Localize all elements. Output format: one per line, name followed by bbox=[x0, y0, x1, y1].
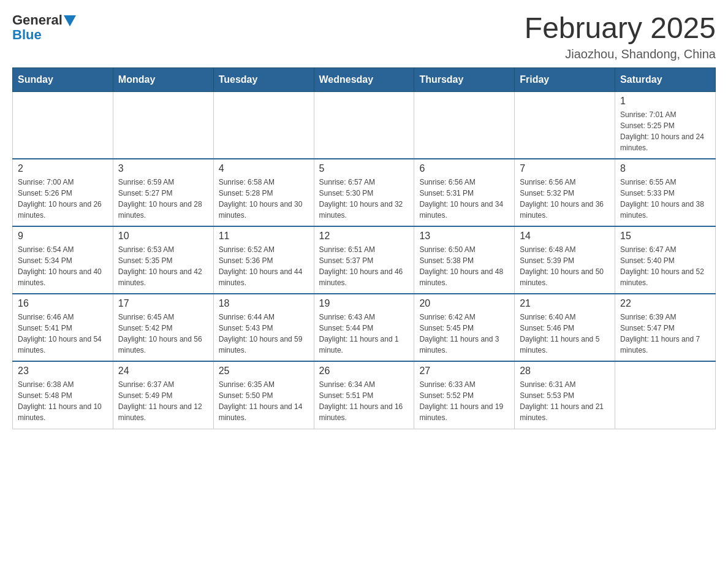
calendar-cell: 20Sunrise: 6:42 AM Sunset: 5:45 PM Dayli… bbox=[414, 294, 515, 361]
calendar-cell: 9Sunrise: 6:54 AM Sunset: 5:34 PM Daylig… bbox=[13, 226, 113, 294]
day-number: 1 bbox=[620, 96, 710, 107]
day-number: 7 bbox=[520, 163, 610, 174]
column-header-sunday: Sunday bbox=[13, 67, 113, 91]
column-header-friday: Friday bbox=[515, 67, 615, 91]
calendar-cell: 8Sunrise: 6:55 AM Sunset: 5:33 PM Daylig… bbox=[615, 159, 716, 226]
calendar-cell: 22Sunrise: 6:39 AM Sunset: 5:47 PM Dayli… bbox=[615, 294, 716, 361]
calendar-cell bbox=[13, 91, 113, 159]
day-number: 6 bbox=[419, 163, 509, 174]
calendar-table: SundayMondayTuesdayWednesdayThursdayFrid… bbox=[12, 67, 716, 429]
day-info: Sunrise: 6:59 AM Sunset: 5:27 PM Dayligh… bbox=[118, 177, 208, 221]
calendar-header-row: SundayMondayTuesdayWednesdayThursdayFrid… bbox=[13, 67, 716, 91]
day-info: Sunrise: 6:53 AM Sunset: 5:35 PM Dayligh… bbox=[118, 244, 208, 288]
calendar-cell: 3Sunrise: 6:59 AM Sunset: 5:27 PM Daylig… bbox=[113, 159, 213, 226]
day-number: 25 bbox=[219, 366, 309, 377]
day-number: 4 bbox=[219, 163, 309, 174]
day-info: Sunrise: 6:56 AM Sunset: 5:31 PM Dayligh… bbox=[419, 177, 509, 221]
day-number: 15 bbox=[620, 231, 710, 242]
day-number: 18 bbox=[219, 298, 309, 309]
day-info: Sunrise: 6:51 AM Sunset: 5:37 PM Dayligh… bbox=[319, 244, 409, 288]
location: Jiaozhou, Shandong, China bbox=[525, 47, 716, 61]
day-number: 5 bbox=[319, 163, 409, 174]
page-header: General Blue February 2025 Jiaozhou, Sha… bbox=[12, 12, 716, 61]
calendar-cell: 12Sunrise: 6:51 AM Sunset: 5:37 PM Dayli… bbox=[314, 226, 414, 294]
day-info: Sunrise: 6:50 AM Sunset: 5:38 PM Dayligh… bbox=[419, 244, 509, 288]
calendar-cell: 18Sunrise: 6:44 AM Sunset: 5:43 PM Dayli… bbox=[213, 294, 314, 361]
logo-triangle-icon bbox=[64, 15, 76, 26]
day-number: 12 bbox=[319, 231, 409, 242]
day-info: Sunrise: 6:47 AM Sunset: 5:40 PM Dayligh… bbox=[620, 244, 710, 288]
day-info: Sunrise: 6:35 AM Sunset: 5:50 PM Dayligh… bbox=[219, 379, 309, 423]
day-info: Sunrise: 6:57 AM Sunset: 5:30 PM Dayligh… bbox=[319, 177, 409, 221]
logo: General Blue bbox=[12, 12, 76, 43]
calendar-cell bbox=[314, 91, 414, 159]
day-number: 26 bbox=[319, 366, 409, 377]
calendar-cell: 1Sunrise: 7:01 AM Sunset: 5:25 PM Daylig… bbox=[615, 91, 716, 159]
calendar-cell: 14Sunrise: 6:48 AM Sunset: 5:39 PM Dayli… bbox=[515, 226, 615, 294]
calendar-cell: 4Sunrise: 6:58 AM Sunset: 5:28 PM Daylig… bbox=[213, 159, 314, 226]
day-number: 11 bbox=[219, 231, 309, 242]
calendar-cell: 26Sunrise: 6:34 AM Sunset: 5:51 PM Dayli… bbox=[314, 361, 414, 429]
logo-general-text: General bbox=[12, 12, 63, 28]
logo-blue-text: Blue bbox=[12, 27, 42, 43]
calendar-cell: 5Sunrise: 6:57 AM Sunset: 5:30 PM Daylig… bbox=[314, 159, 414, 226]
calendar-cell: 21Sunrise: 6:40 AM Sunset: 5:46 PM Dayli… bbox=[515, 294, 615, 361]
day-info: Sunrise: 6:31 AM Sunset: 5:53 PM Dayligh… bbox=[520, 379, 610, 423]
day-info: Sunrise: 6:55 AM Sunset: 5:33 PM Dayligh… bbox=[620, 177, 710, 221]
day-number: 14 bbox=[520, 231, 610, 242]
day-info: Sunrise: 7:01 AM Sunset: 5:25 PM Dayligh… bbox=[620, 109, 710, 153]
day-number: 24 bbox=[118, 366, 208, 377]
day-number: 3 bbox=[118, 163, 208, 174]
calendar-cell: 15Sunrise: 6:47 AM Sunset: 5:40 PM Dayli… bbox=[615, 226, 716, 294]
calendar-week-row: 2Sunrise: 7:00 AM Sunset: 5:26 PM Daylig… bbox=[13, 159, 716, 226]
calendar-cell: 11Sunrise: 6:52 AM Sunset: 5:36 PM Dayli… bbox=[213, 226, 314, 294]
day-number: 20 bbox=[419, 298, 509, 309]
day-number: 19 bbox=[319, 298, 409, 309]
calendar-cell bbox=[414, 91, 515, 159]
day-info: Sunrise: 6:54 AM Sunset: 5:34 PM Dayligh… bbox=[18, 244, 108, 288]
calendar-week-row: 9Sunrise: 6:54 AM Sunset: 5:34 PM Daylig… bbox=[13, 226, 716, 294]
day-info: Sunrise: 6:44 AM Sunset: 5:43 PM Dayligh… bbox=[219, 312, 309, 356]
day-number: 16 bbox=[18, 298, 108, 309]
calendar-cell: 16Sunrise: 6:46 AM Sunset: 5:41 PM Dayli… bbox=[13, 294, 113, 361]
day-info: Sunrise: 6:39 AM Sunset: 5:47 PM Dayligh… bbox=[620, 312, 710, 356]
column-header-saturday: Saturday bbox=[615, 67, 716, 91]
day-number: 9 bbox=[18, 231, 108, 242]
calendar-cell: 10Sunrise: 6:53 AM Sunset: 5:35 PM Dayli… bbox=[113, 226, 213, 294]
calendar-cell: 23Sunrise: 6:38 AM Sunset: 5:48 PM Dayli… bbox=[13, 361, 113, 429]
calendar-cell bbox=[213, 91, 314, 159]
day-number: 22 bbox=[620, 298, 710, 309]
day-number: 21 bbox=[520, 298, 610, 309]
day-info: Sunrise: 6:45 AM Sunset: 5:42 PM Dayligh… bbox=[118, 312, 208, 356]
day-info: Sunrise: 6:48 AM Sunset: 5:39 PM Dayligh… bbox=[520, 244, 610, 288]
day-number: 8 bbox=[620, 163, 710, 174]
day-info: Sunrise: 7:00 AM Sunset: 5:26 PM Dayligh… bbox=[18, 177, 108, 221]
title-section: February 2025 Jiaozhou, Shandong, China bbox=[525, 12, 716, 61]
calendar-cell: 17Sunrise: 6:45 AM Sunset: 5:42 PM Dayli… bbox=[113, 294, 213, 361]
day-info: Sunrise: 6:46 AM Sunset: 5:41 PM Dayligh… bbox=[18, 312, 108, 356]
calendar-week-row: 16Sunrise: 6:46 AM Sunset: 5:41 PM Dayli… bbox=[13, 294, 716, 361]
calendar-cell: 19Sunrise: 6:43 AM Sunset: 5:44 PM Dayli… bbox=[314, 294, 414, 361]
calendar-week-row: 1Sunrise: 7:01 AM Sunset: 5:25 PM Daylig… bbox=[13, 91, 716, 159]
day-info: Sunrise: 6:34 AM Sunset: 5:51 PM Dayligh… bbox=[319, 379, 409, 423]
day-info: Sunrise: 6:58 AM Sunset: 5:28 PM Dayligh… bbox=[219, 177, 309, 221]
day-number: 28 bbox=[520, 366, 610, 377]
day-number: 2 bbox=[18, 163, 108, 174]
column-header-wednesday: Wednesday bbox=[314, 67, 414, 91]
logo-general: General bbox=[12, 12, 76, 28]
calendar-cell: 13Sunrise: 6:50 AM Sunset: 5:38 PM Dayli… bbox=[414, 226, 515, 294]
day-info: Sunrise: 6:37 AM Sunset: 5:49 PM Dayligh… bbox=[118, 379, 208, 423]
day-info: Sunrise: 6:38 AM Sunset: 5:48 PM Dayligh… bbox=[18, 379, 108, 423]
day-number: 17 bbox=[118, 298, 208, 309]
calendar-cell bbox=[113, 91, 213, 159]
day-number: 10 bbox=[118, 231, 208, 242]
day-info: Sunrise: 6:52 AM Sunset: 5:36 PM Dayligh… bbox=[219, 244, 309, 288]
day-info: Sunrise: 6:33 AM Sunset: 5:52 PM Dayligh… bbox=[419, 379, 509, 423]
calendar-cell bbox=[615, 361, 716, 429]
calendar-week-row: 23Sunrise: 6:38 AM Sunset: 5:48 PM Dayli… bbox=[13, 361, 716, 429]
day-info: Sunrise: 6:42 AM Sunset: 5:45 PM Dayligh… bbox=[419, 312, 509, 356]
calendar-cell: 6Sunrise: 6:56 AM Sunset: 5:31 PM Daylig… bbox=[414, 159, 515, 226]
calendar-cell: 24Sunrise: 6:37 AM Sunset: 5:49 PM Dayli… bbox=[113, 361, 213, 429]
day-number: 13 bbox=[419, 231, 509, 242]
day-number: 23 bbox=[18, 366, 108, 377]
